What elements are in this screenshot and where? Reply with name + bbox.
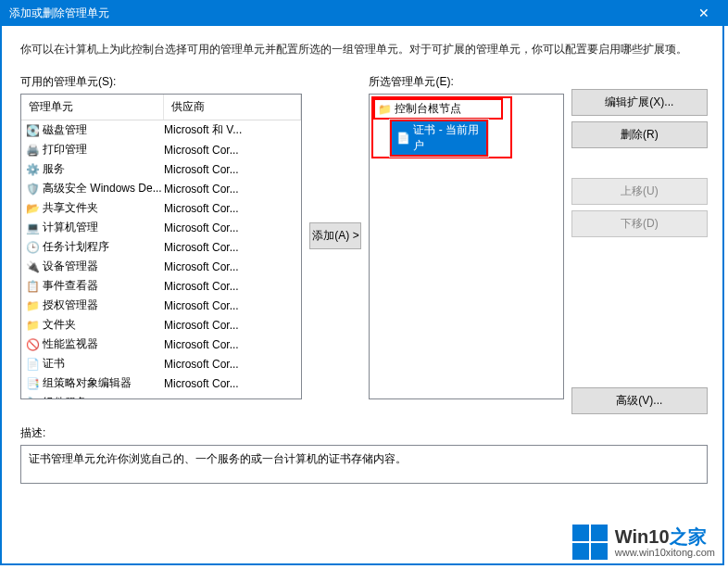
move-up-button[interactable]: 上移(U) — [571, 178, 708, 205]
list-item[interactable]: 📋事件查看器Microsoft Cor... — [21, 276, 301, 296]
item-vendor: Microsoft Cor... — [164, 397, 301, 400]
selected-snapins-tree[interactable]: 📁 控制台根节点 📄 证书 - 当前用户 — [369, 94, 563, 399]
item-name: 共享文件夹 — [43, 200, 98, 216]
item-name: 打印管理 — [43, 142, 87, 158]
description-label: 描述: — [20, 425, 708, 441]
item-vendor: Microsoft Cor... — [164, 358, 301, 371]
item-vendor: Microsoft Cor... — [164, 377, 301, 390]
item-vendor: Microsoft 和 V... — [164, 122, 301, 138]
item-vendor: Microsoft Cor... — [164, 241, 301, 254]
list-item[interactable]: 📄证书Microsoft Cor... — [21, 354, 301, 373]
list-item[interactable]: ⚙️服务Microsoft Cor... — [21, 159, 301, 179]
list-item[interactable]: 🚫性能监视器Microsoft Cor... — [21, 335, 301, 354]
watermark-brand: Win10之家 — [615, 526, 715, 547]
device-icon: 🔌 — [25, 259, 40, 274]
list-item[interactable]: 🛡️高级安全 Windows De...Microsoft Cor... — [21, 179, 301, 198]
item-vendor: Microsoft Cor... — [164, 202, 301, 215]
component-icon: 🔧 — [25, 396, 40, 400]
col-vendor[interactable]: 供应商 — [164, 95, 301, 120]
add-button[interactable]: 添加(A) > — [309, 222, 361, 249]
list-item[interactable]: 💽磁盘管理Microsoft 和 V... — [21, 120, 301, 140]
item-name: 任务计划程序 — [43, 239, 109, 255]
item-name: 计算机管理 — [43, 220, 98, 235]
item-name: 组策略对象编辑器 — [43, 375, 132, 391]
item-vendor: Microsoft Cor... — [164, 144, 301, 157]
list-item[interactable]: 🖨️打印管理Microsoft Cor... — [21, 140, 301, 159]
computer-icon: 💻 — [25, 221, 40, 235]
cert-icon: 📄 — [25, 357, 40, 372]
remove-button[interactable]: 删除(R) — [571, 121, 708, 148]
item-name: 设备管理器 — [43, 259, 98, 274]
folder-icon: 📁 — [25, 298, 40, 313]
item-name: 事件查看器 — [43, 278, 98, 294]
cert-icon: 📄 — [395, 131, 410, 145]
item-name: 组件服务 — [43, 395, 87, 399]
event-icon: 📋 — [25, 279, 40, 294]
available-label: 可用的管理单元(S): — [20, 74, 302, 90]
item-vendor: Microsoft Cor... — [164, 319, 301, 332]
tree-root-label: 控制台根节点 — [395, 101, 461, 117]
folder-icon: 📁 — [377, 102, 392, 117]
description-box: 证书管理单元允许你浏览自己的、一个服务的或一台计算机的证书存储内容。 — [20, 445, 708, 484]
policy-icon: 📑 — [25, 376, 40, 391]
col-name[interactable]: 管理单元 — [21, 95, 164, 120]
available-snapins-list[interactable]: 管理单元 供应商 💽磁盘管理Microsoft 和 V...🖨️打印管理Micr… — [20, 94, 302, 399]
move-down-button[interactable]: 下移(D) — [571, 210, 708, 237]
list-item[interactable]: 🔌设备管理器Microsoft Cor... — [21, 257, 301, 276]
item-vendor: Microsoft Cor... — [164, 163, 301, 176]
gears-icon: ⚙️ — [25, 162, 40, 177]
item-name: 磁盘管理 — [43, 122, 87, 138]
folders-icon: 📂 — [25, 201, 40, 216]
item-name: 高级安全 Windows De... — [43, 181, 162, 196]
titlebar: 添加或删除管理单元 ✕ — [0, 0, 728, 26]
edit-extensions-button[interactable]: 编辑扩展(X)... — [571, 89, 708, 116]
tree-item-cert[interactable]: 📄 证书 - 当前用户 — [390, 120, 488, 157]
clock-icon: 🕒 — [25, 240, 40, 255]
item-vendor: Microsoft Cor... — [164, 260, 301, 273]
item-name: 文件夹 — [43, 317, 76, 333]
item-name: 性能监视器 — [43, 336, 98, 352]
watermark: Win10之家 www.win10xitong.com — [572, 525, 715, 560]
list-item[interactable]: 📁文件夹Microsoft Cor... — [21, 315, 301, 335]
list-item[interactable]: 📁授权管理器Microsoft Cor... — [21, 296, 301, 315]
list-item[interactable]: 🔧组件服务Microsoft Cor... — [21, 393, 301, 399]
tree-item-label: 证书 - 当前用户 — [413, 122, 483, 154]
item-vendor: Microsoft Cor... — [164, 280, 301, 293]
item-vendor: Microsoft Cor... — [164, 338, 301, 351]
item-vendor: Microsoft Cor... — [164, 183, 301, 196]
list-header: 管理单元 供应商 — [21, 95, 301, 120]
close-icon[interactable]: ✕ — [685, 0, 722, 26]
list-item[interactable]: 🕒任务计划程序Microsoft Cor... — [21, 237, 301, 257]
item-name: 服务 — [43, 161, 65, 177]
item-vendor: Microsoft Cor... — [164, 299, 301, 312]
item-name: 证书 — [43, 356, 65, 372]
item-vendor: Microsoft Cor... — [164, 221, 301, 234]
window-title: 添加或删除管理单元 — [9, 6, 685, 21]
item-name: 授权管理器 — [43, 297, 98, 313]
advanced-button[interactable]: 高级(V)... — [571, 387, 708, 414]
list-item[interactable]: 💻计算机管理Microsoft Cor... — [21, 218, 301, 237]
perf-icon: 🚫 — [25, 337, 40, 352]
tree-root[interactable]: 📁 控制台根节点 — [373, 98, 503, 120]
list-item[interactable]: 📂共享文件夹Microsoft Cor... — [21, 198, 301, 218]
selected-label: 所选管理单元(E): — [369, 74, 563, 90]
printer-icon: 🖨️ — [25, 143, 40, 158]
watermark-url: www.win10xitong.com — [615, 547, 715, 558]
windows-logo-icon — [572, 525, 608, 560]
list-item[interactable]: 📑组策略对象编辑器Microsoft Cor... — [21, 373, 301, 393]
disk-icon: 💽 — [25, 123, 40, 138]
folder-icon: 📁 — [25, 318, 40, 333]
shield-icon: 🛡️ — [25, 182, 40, 196]
intro-text: 你可以在计算机上为此控制台选择可用的管理单元并配置所选的一组管理单元。对于可扩展… — [20, 41, 708, 57]
